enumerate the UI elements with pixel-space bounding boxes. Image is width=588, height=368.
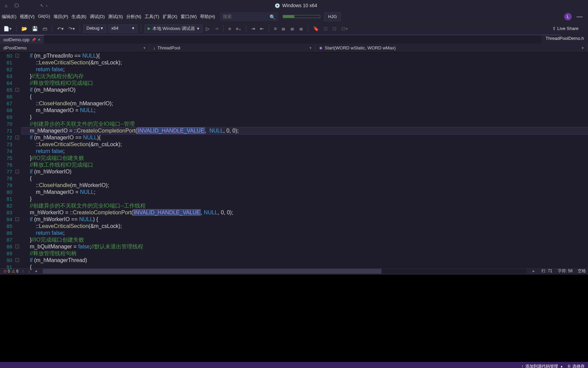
menu-item[interactable]: 编辑(E) bbox=[0, 12, 18, 22]
right-file-tab[interactable]: ThreadPoolDemo.h bbox=[541, 35, 588, 44]
code-line[interactable]: ::CloseHandle(m_hManagerIO); bbox=[22, 100, 588, 107]
fold-toggle[interactable]: - bbox=[15, 170, 19, 173]
platform-combo[interactable]: x64 ▾ bbox=[108, 25, 137, 33]
code-line[interactable]: //创建异步的不关联文件的完全IO端口--管理 bbox=[22, 121, 588, 127]
live-share-button[interactable]: ⇪ Live Share bbox=[550, 25, 581, 32]
menu-item[interactable]: 帮助(H) bbox=[198, 12, 217, 22]
code-line[interactable]: }//无法为线程分配内存 bbox=[22, 73, 588, 80]
code-line[interactable]: //创建异步的不关联文件的完全IO端口--工作线程 bbox=[22, 202, 588, 209]
indent-icon-2[interactable]: ⇤ bbox=[259, 25, 265, 32]
code-line[interactable]: //释放工作线程IO完成端口 bbox=[22, 162, 588, 168]
fold-toggle[interactable]: - bbox=[15, 54, 19, 58]
pin-icon[interactable]: 📌 bbox=[32, 38, 36, 42]
code-line[interactable]: //释放管理线程IO完成端口 bbox=[22, 80, 588, 87]
class-dropdown[interactable]: ↓ ThreadPool▼ bbox=[150, 44, 316, 52]
code-line[interactable]: if (m_hManagerIO == NULL){ bbox=[22, 134, 588, 141]
indent-icon-1[interactable]: ⇥ bbox=[250, 25, 257, 32]
code-line[interactable]: m_bQuitManager = false;//默认未退出管理线程 bbox=[22, 243, 588, 250]
code-line[interactable]: if (m_hWorkerIO) bbox=[22, 168, 588, 175]
menu-item[interactable]: Git(G) bbox=[36, 12, 52, 22]
code-line[interactable]: m_hManagerIO = NULL; bbox=[22, 189, 588, 196]
publish-icon[interactable]: ↑ bbox=[521, 364, 523, 368]
code-area[interactable]: if (m_pThreadInfo == NULL){ ::LeaveCriti… bbox=[22, 52, 588, 267]
code-line[interactable]: { bbox=[22, 93, 588, 100]
fold-toggle[interactable]: - bbox=[15, 88, 19, 92]
step-icon-2[interactable]: ⎆▾ bbox=[234, 25, 243, 32]
search-icon[interactable]: 🔍 bbox=[270, 14, 275, 20]
fold-toggle[interactable]: - bbox=[15, 217, 19, 221]
play-icon: ▶ bbox=[148, 26, 150, 31]
code-line[interactable]: } bbox=[22, 196, 588, 202]
code-line[interactable]: ::LeaveCriticalSection(&m_csLock); bbox=[22, 59, 588, 66]
menu-item[interactable]: 视图(V) bbox=[18, 12, 36, 22]
fold-toggle[interactable]: - bbox=[15, 258, 19, 262]
open-icon[interactable]: 📂 bbox=[20, 25, 29, 32]
code-line[interactable]: m_hManagerIO = ::CreateIoCompletionPort(… bbox=[22, 127, 588, 134]
file-tab-label: oolDemo.cpp bbox=[3, 37, 30, 42]
start-debug-button[interactable]: ▶ 本地 Windows 调试器 ▾ bbox=[145, 25, 202, 33]
code-line[interactable]: }//IO完成端口创建失败 bbox=[22, 236, 588, 243]
function-icon: ◉ bbox=[319, 46, 323, 50]
active-file-tab[interactable]: oolDemo.cpp 📌 ✕ bbox=[0, 35, 44, 44]
code-line[interactable]: m_hWorkerIO = ::CreateIoCompletionPort(I… bbox=[22, 209, 588, 216]
minimize-icon[interactable]: — bbox=[576, 13, 583, 20]
error-icon[interactable]: ⊘ bbox=[3, 269, 7, 274]
new-file-icon[interactable]: 📄▾ bbox=[2, 25, 13, 32]
home-icon[interactable]: ⌂ bbox=[3, 2, 10, 9]
close-icon[interactable]: ✕ bbox=[38, 38, 40, 42]
repo-icon[interactable]: ⎘ bbox=[568, 364, 570, 368]
format-icon-1[interactable]: ≡ bbox=[273, 25, 278, 32]
menu-item[interactable]: 分析(N) bbox=[125, 12, 143, 22]
code-line[interactable]: { bbox=[22, 175, 588, 182]
warn-icon[interactable]: ⚠ bbox=[12, 269, 15, 274]
undo-icon[interactable]: ↶▾ bbox=[56, 25, 65, 32]
code-line[interactable]: if (m_hManagerIO) bbox=[22, 87, 588, 93]
select-repo[interactable]: 选择存 bbox=[572, 364, 585, 368]
hjg-label[interactable]: HJG bbox=[324, 12, 341, 21]
monitor-icon[interactable]: 🖵 bbox=[13, 2, 20, 9]
step-icon-1[interactable]: ⎆ bbox=[227, 25, 232, 32]
format-icon-2[interactable]: ≣ bbox=[280, 25, 287, 32]
redo-icon[interactable]: ↷▾ bbox=[67, 25, 76, 32]
save-all-icon[interactable]: 🗃 bbox=[41, 25, 49, 32]
code-line[interactable]: return false; bbox=[22, 148, 588, 155]
code-line[interactable]: if (m_hWorkerIO == NULL) { bbox=[22, 216, 588, 223]
save-icon[interactable]: 💾 bbox=[31, 25, 39, 32]
code-line[interactable]: ::LeaveCriticalSection(&m_csLock); bbox=[22, 141, 588, 148]
config-combo[interactable]: Debug ▾ bbox=[83, 25, 106, 33]
menu-item[interactable]: 调试(D) bbox=[88, 12, 107, 22]
code-line[interactable]: return false; bbox=[22, 230, 588, 236]
code-line[interactable]: m_hManagerIO = NULL; bbox=[22, 107, 588, 114]
avatar[interactable]: L bbox=[564, 13, 572, 20]
source-control-dd-icon[interactable]: ▲ bbox=[560, 365, 563, 368]
fold-toggle[interactable]: - bbox=[15, 245, 19, 248]
code-line[interactable]: if (m_hManagerThread) bbox=[22, 257, 588, 264]
bookmark-icon[interactable]: 🔖 bbox=[312, 25, 320, 32]
code-line[interactable]: } bbox=[22, 114, 588, 121]
menu-item[interactable]: 工具(T) bbox=[143, 12, 161, 22]
fold-toggle[interactable]: - bbox=[15, 136, 19, 139]
format-icon-4[interactable]: ≣ bbox=[298, 25, 305, 32]
scope-dropdown[interactable]: dPoolDemo▼ bbox=[0, 44, 150, 52]
code-line[interactable]: if (m_pThreadInfo == NULL){ bbox=[22, 52, 588, 59]
horizontal-scrollbar[interactable] bbox=[43, 269, 526, 274]
format-icon-3[interactable]: ≣ bbox=[289, 25, 296, 32]
editor: 6061626364656667686970717273747576777879… bbox=[0, 52, 588, 267]
code-line[interactable]: }//IO完成端口创建失败 bbox=[22, 155, 588, 162]
menu-item[interactable]: 窗口(W) bbox=[179, 12, 198, 22]
code-line[interactable]: //释放管理线程句柄 bbox=[22, 250, 588, 257]
add-source-control[interactable]: 添加到源代码管理 bbox=[525, 364, 558, 368]
menu-item[interactable]: 测试(S) bbox=[107, 12, 125, 22]
code-line[interactable]: ::CloseHandle(m_hWorkerIO); bbox=[22, 182, 588, 189]
member-dropdown[interactable]: ◉ Start(WORD wStatic, WORD wMax)▼ bbox=[316, 44, 588, 52]
start-no-debug-icon[interactable]: ▷ bbox=[205, 25, 211, 32]
menu-item[interactable]: 生成(B) bbox=[70, 12, 88, 22]
code-line[interactable]: ::LeaveCriticalSection(&m_csLock); bbox=[22, 223, 588, 230]
code-line[interactable]: return false; bbox=[22, 66, 588, 73]
menubar: 编辑(E)视图(V)Git(G)项目(P)生成(B)调试(D)测试(S)分析(N… bbox=[0, 11, 588, 22]
tabstrip: oolDemo.cpp 📌 ✕ ThreadPoolDemo.h bbox=[0, 35, 588, 44]
menu-item[interactable]: 扩展(X) bbox=[161, 12, 179, 22]
vs-status-bar: ↑ 添加到源代码管理 ▲ ⎘ 选择存 bbox=[0, 362, 588, 368]
nav-back-icon[interactable]: ↖ bbox=[40, 3, 44, 8]
menu-item[interactable]: 项目(P) bbox=[52, 12, 70, 22]
